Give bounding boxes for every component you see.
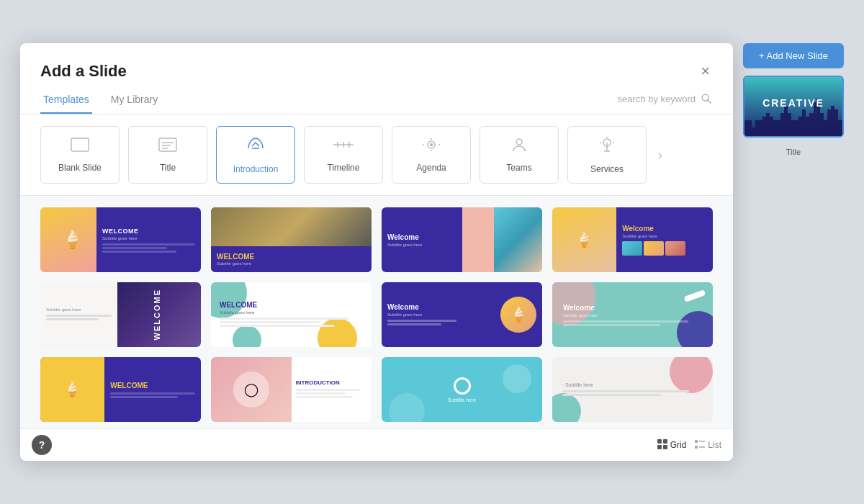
blank-slide-icon [70, 137, 90, 157]
tab-my-library[interactable]: My Library [108, 94, 161, 114]
thumb-title-1: WELCOME [102, 228, 195, 235]
grid-view-button[interactable]: Grid [657, 439, 687, 451]
template-thumb-2[interactable]: WELCOME Subtitle goes here [211, 207, 372, 272]
thumb-subtitle-12: · Subtitle here [562, 382, 703, 387]
modal-footer: ? Grid [20, 428, 733, 461]
search-label: search by keyword [618, 94, 696, 104]
template-types-bar: Blank Slide Title [20, 114, 733, 196]
search-area: search by keyword [618, 92, 713, 105]
scroll-right-button[interactable]: › [658, 148, 662, 163]
svg-rect-27 [663, 445, 667, 449]
template-thumb-7[interactable]: Welcome Subtitle goes here 🍦 [382, 282, 542, 347]
thumb-overlay-10: INTRODUCTION [292, 357, 372, 422]
template-thumb-1[interactable]: 🍦 WELCOME Subtitle goes here [40, 207, 201, 272]
thumb-subtitle-7: Subtitle goes here [387, 312, 464, 317]
type-blank-slide-label: Blank Slide [58, 163, 102, 173]
thumb-subtitle-3: Subtitle goes here [387, 243, 456, 247]
type-teams[interactable]: Teams [480, 126, 559, 184]
thumb-img-3 [454, 207, 542, 272]
preview-inner: CREATIVE [744, 77, 842, 136]
thumb-title-10: INTRODUCTION [296, 379, 368, 386]
chevron-area: › [655, 148, 665, 163]
timeline-icon [332, 137, 355, 157]
thumb-subtitle-4: Subtitle goes here [622, 234, 707, 238]
thumb-overlay-1: WELCOME Subtitle goes here [96, 207, 201, 272]
svg-point-18 [516, 139, 522, 145]
template-thumb-12[interactable]: · Subtitle here [552, 357, 713, 422]
template-thumb-9[interactable]: 🍦 WELCOME [40, 357, 201, 422]
modal-header: Add a Slide × [20, 43, 733, 82]
thumb-dot-11 [454, 377, 471, 395]
type-title[interactable]: Title [128, 126, 207, 184]
type-timeline[interactable]: Timeline [304, 126, 383, 184]
thumb-subtitle-1: Subtitle goes here [102, 236, 195, 240]
selected-slide-preview[interactable]: CREATIVE [743, 76, 844, 138]
introduction-icon [246, 135, 266, 158]
agenda-icon [421, 137, 441, 157]
thumb-overlay-3: Welcome Subtitle goes here [382, 207, 462, 272]
svg-rect-26 [657, 445, 662, 449]
svg-line-1 [708, 100, 711, 103]
template-thumb-3[interactable]: Welcome Subtitle goes here [382, 207, 542, 272]
teams-icon [509, 137, 529, 157]
add-slide-modal: Add a Slide × Templates My Library searc… [20, 43, 733, 461]
type-title-label: Title [160, 163, 176, 173]
help-button[interactable]: ? [32, 435, 52, 455]
modal-title: Add a Slide [40, 62, 127, 81]
type-agenda-label: Agenda [416, 163, 446, 173]
list-view-button[interactable]: List [695, 439, 721, 451]
preview-creative-text: CREATIVE [762, 97, 824, 109]
svg-rect-2 [71, 138, 89, 151]
grid-icon [657, 439, 667, 451]
type-services[interactable]: Services [567, 126, 647, 184]
thumb-title-8: Welcome [563, 304, 702, 312]
template-thumb-5[interactable]: WELCOME Subtitle goes here [40, 282, 201, 347]
thumb-subtitle-11: Subtitle here [448, 397, 476, 402]
thumb-overlay-8: Welcome Subtitle goes here [552, 282, 713, 347]
template-thumb-8[interactable]: Welcome Subtitle goes here [552, 282, 713, 347]
template-thumb-11[interactable]: Subtitle here [382, 357, 542, 422]
thumb-title-9: WELCOME [110, 382, 195, 390]
thumb-img-7: 🍦 [500, 297, 536, 333]
template-thumb-4[interactable]: 🍦 Welcome Subtitle goes here [552, 207, 713, 272]
thumb-img-2 [211, 207, 372, 250]
type-teams-label: Teams [506, 163, 531, 173]
template-grid-container: 🍦 WELCOME Subtitle goes here [20, 196, 733, 428]
list-icon [695, 439, 705, 451]
thumb-title-7: Welcome [387, 303, 464, 311]
title-icon [158, 137, 178, 157]
svg-rect-3 [159, 138, 176, 151]
svg-rect-28 [695, 440, 698, 443]
type-blank-slide[interactable]: Blank Slide [40, 126, 120, 184]
thumb-overlay-6: WELCOME Subtitle goes here [211, 282, 372, 347]
type-introduction[interactable]: Introduction [216, 126, 295, 184]
thumb-overlay-7: Welcome Subtitle goes here [382, 282, 470, 347]
thumb-subtitle-8: Subtitle goes here [563, 313, 702, 318]
template-grid: 🍦 WELCOME Subtitle goes here [40, 207, 713, 422]
thumb-title-6: WELCOME [220, 301, 363, 309]
close-button[interactable]: × [698, 60, 713, 82]
thumb-overlay-12: · Subtitle here [552, 357, 713, 422]
thumb-left-10: ◯ [211, 357, 292, 422]
type-agenda[interactable]: Agenda [392, 126, 471, 184]
type-introduction-label: Introduction [233, 164, 279, 174]
svg-point-13 [431, 144, 433, 146]
template-thumb-10[interactable]: ◯ INTRODUCTION [211, 357, 372, 422]
thumb-img-4: 🍦 [552, 207, 616, 272]
type-services-label: Services [590, 164, 624, 174]
svg-rect-30 [695, 446, 698, 449]
thumb-subtitle-2: Subtitle goes here [217, 261, 366, 266]
thumb-title-2: WELCOME [217, 253, 366, 261]
tab-templates[interactable]: Templates [40, 94, 92, 114]
svg-rect-24 [657, 439, 662, 444]
type-timeline-label: Timeline [328, 163, 360, 173]
selected-slide-label: Title [786, 148, 801, 156]
template-thumb-6[interactable]: WELCOME Subtitle goes here [211, 282, 372, 347]
add-new-slide-button[interactable]: + Add New Slide [743, 43, 844, 68]
grid-label: Grid [670, 440, 687, 450]
thumb-title-4: Welcome [622, 225, 707, 233]
thumb-title-3: Welcome [387, 233, 456, 241]
search-icon[interactable] [700, 92, 713, 105]
thumb-subtitle-6: Subtitle goes here [220, 310, 363, 315]
thumb-img-1: 🍦 [40, 207, 104, 272]
